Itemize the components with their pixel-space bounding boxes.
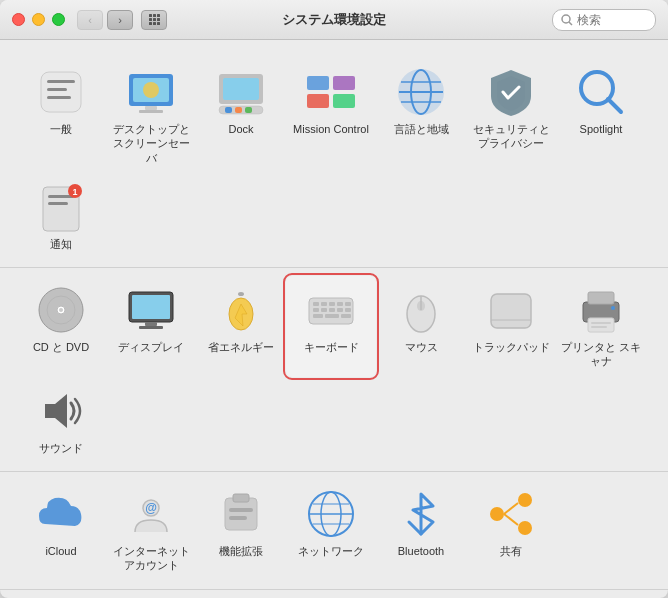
search-input[interactable] [577,13,647,27]
trackpad-icon [485,284,537,336]
svg-line-84 [504,514,518,525]
sound-icon [35,385,87,437]
pref-item-trackpad[interactable]: トラックパッド [466,276,556,377]
svg-rect-73 [229,508,253,512]
general-label: 一般 [50,122,72,136]
bluetooth-label: Bluetooth [398,544,444,558]
spotlight-label: Spotlight [580,122,623,136]
traffic-lights [12,13,65,26]
section-system: ユーザとグループ ペアレンタル コントロール App Store 音声入力と 読… [0,590,668,598]
displays-label: ディスプレイ [118,340,184,354]
pref-item-security[interactable]: セキュリティと プライバシー [466,58,556,173]
svg-rect-45 [321,302,327,306]
svg-point-36 [59,308,63,312]
svg-text:1: 1 [72,187,77,197]
printer-label: プリンタと スキャナ [560,340,642,369]
pref-item-language-region[interactable]: 言語と地域 [376,58,466,173]
pref-item-icloud[interactable]: iCloud [16,480,106,581]
svg-rect-46 [329,302,335,306]
svg-rect-65 [591,322,611,324]
svg-rect-18 [333,76,355,90]
svg-point-8 [143,82,159,98]
language-region-icon [395,66,447,118]
svg-point-0 [562,15,570,23]
pref-item-keyboard[interactable]: キーボード [286,276,376,377]
svg-rect-44 [313,302,319,306]
pref-item-desktop-screensaver[interactable]: デスクトップと スクリーンセーバ [106,58,196,173]
pref-item-cddvd[interactable]: CD と DVD [16,276,106,377]
pref-item-dock[interactable]: Dock [196,58,286,173]
system-preferences-window: ‹ › システム環境設定 一般 [0,0,668,598]
svg-rect-63 [588,292,614,304]
pref-item-sharing[interactable]: 共有 [466,480,556,581]
keyboard-icon [305,284,357,336]
displays-icon [125,284,177,336]
pref-item-mouse[interactable]: マウス [376,276,466,377]
svg-rect-15 [235,107,242,113]
icloud-icon [35,488,87,540]
minimize-button[interactable] [32,13,45,26]
svg-rect-12 [223,78,259,100]
svg-rect-2 [41,72,81,112]
pref-item-general[interactable]: 一般 [16,58,106,173]
pref-item-network[interactable]: ネットワーク [286,480,376,581]
dock-icon [215,66,267,118]
svg-rect-64 [588,318,614,332]
svg-marker-68 [45,394,67,428]
maximize-button[interactable] [52,13,65,26]
pref-item-internet-accounts[interactable]: @ インターネット アカウント [106,480,196,581]
forward-button[interactable]: › [107,10,133,30]
svg-rect-50 [321,308,327,312]
sound-label: サウンド [39,441,83,455]
svg-rect-10 [139,110,163,113]
back-button[interactable]: ‹ [77,10,103,30]
pref-item-spotlight[interactable]: Spotlight [556,58,646,173]
svg-rect-17 [307,76,329,90]
cddvd-icon [35,284,87,336]
cddvd-label: CD と DVD [33,340,89,354]
svg-rect-74 [229,516,247,520]
mission-control-label: Mission Control [293,122,369,136]
svg-rect-66 [591,326,607,328]
svg-rect-20 [333,94,355,108]
pref-item-displays[interactable]: ディスプレイ [106,276,196,377]
svg-point-67 [611,306,615,310]
notifications-label: 通知 [50,237,72,251]
titlebar: ‹ › システム環境設定 [0,0,668,40]
security-icon [485,66,537,118]
svg-rect-56 [341,314,351,318]
grid-icon [149,14,160,25]
desktop-screensaver-label: デスクトップと スクリーンセーバ [110,122,192,165]
grid-view-button[interactable] [141,10,167,30]
general-icon [35,66,87,118]
svg-point-81 [518,521,532,535]
svg-rect-9 [145,106,157,110]
svg-line-1 [569,22,572,25]
mouse-icon [395,284,447,336]
pref-item-mission-control[interactable]: Mission Control [286,58,376,173]
pref-item-extensions[interactable]: 機能拡張 [196,480,286,581]
pref-item-energy[interactable]: 省エネルギー [196,276,286,377]
language-region-label: 言語と地域 [394,122,449,136]
search-box[interactable] [552,9,656,31]
svg-rect-47 [337,302,343,306]
svg-rect-4 [47,88,67,91]
svg-rect-55 [325,314,339,318]
svg-line-27 [608,99,621,112]
pref-item-bluetooth[interactable]: Bluetooth [376,480,466,581]
search-icon [561,14,573,26]
sharing-label: 共有 [500,544,522,558]
svg-rect-51 [329,308,335,312]
keyboard-label: キーボード [304,340,359,354]
section-internet: iCloud @ インターネット アカウント 機能拡張 ネットワーク Bluet… [0,472,668,590]
pref-item-notifications[interactable]: 1 通知 [16,173,106,259]
svg-rect-39 [145,322,157,326]
svg-rect-19 [307,94,329,108]
close-button[interactable] [12,13,25,26]
icloud-label: iCloud [45,544,76,558]
pref-item-printer[interactable]: プリンタと スキャナ [556,276,646,377]
trackpad-label: トラックパッド [473,340,550,354]
security-label: セキュリティと プライバシー [470,122,552,151]
mission-control-icon [305,66,357,118]
pref-item-sound[interactable]: サウンド [16,377,106,463]
